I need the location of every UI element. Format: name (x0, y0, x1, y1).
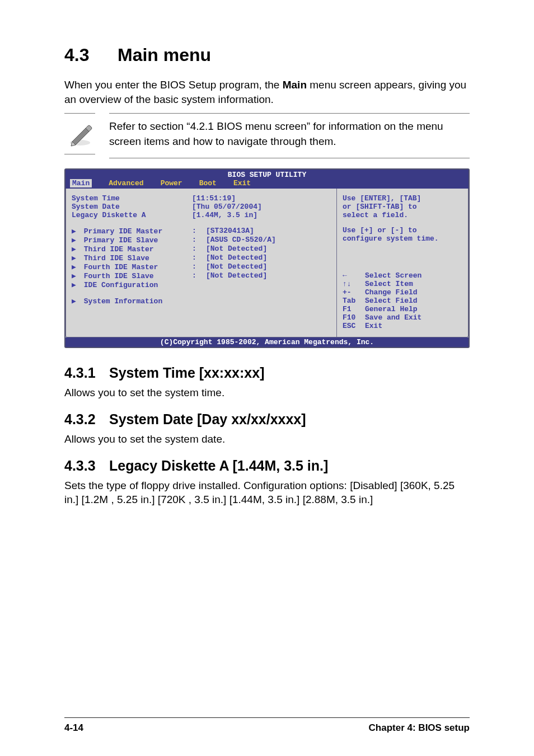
intro-main-word: Main (283, 79, 307, 91)
bios-submenu-row: ▶ Third IDE Slave:[Not Detected] (72, 253, 331, 262)
bios-key-key: ↑↓ (343, 280, 365, 288)
bios-setting-value: [Not Detected] (206, 271, 331, 280)
bios-key-key: ESC (343, 322, 365, 330)
bios-setting-value: [Not Detected] (206, 262, 331, 271)
bios-title: BIOS SETUP UTILITY (65, 170, 469, 179)
bios-key-desc: Select Item (365, 280, 413, 288)
bios-submenu-row: ▶ Fourth IDE Master:[Not Detected] (72, 262, 331, 271)
section-number: 4.3 (64, 45, 118, 65)
bios-menu-boot: Boot (199, 179, 217, 187)
note-callout: Refer to section “4.2.1 BIOS menu screen… (64, 113, 470, 158)
bios-key-row: F10Save and Exit (343, 313, 462, 322)
submenu-triangle-icon: ▶ (72, 227, 79, 236)
bios-setting-label: ▶ Fourth IDE Master (72, 262, 192, 271)
bios-settings-pane: System Time[11:51:19]System Date[Thu 05/… (65, 189, 337, 337)
bios-submenu-row: ▶ Primary IDE Slave:[ASUS CD-S520/A] (72, 236, 331, 245)
bios-submenu-row: ▶ IDE Configuration (72, 280, 331, 289)
bios-key-key: F10 (343, 313, 365, 322)
bios-submenu-row: ▶ Third IDE Master:[Not Detected] (72, 245, 331, 253)
section-title: Main menu (118, 45, 211, 65)
subsection-title: System Time [xx:xx:xx] (109, 365, 264, 381)
subsection-title: System Date [Day xx/xx/xxxx] (109, 411, 306, 427)
bios-key-key: +- (343, 288, 365, 297)
bios-colon: : (192, 227, 206, 236)
bios-setting-value: [11:51:19] (192, 194, 331, 203)
bios-setting-label: Legacy Diskette A (72, 211, 192, 219)
bios-key-key: Tab (343, 297, 365, 305)
bios-help-mid: Use [+] or [-] toconfigure system time. (343, 226, 462, 243)
bios-setting-value: [ASUS CD-S520/A] (206, 236, 331, 245)
subsection-heading: 4.3.2System Date [Day xx/xx/xxxx] (64, 411, 470, 428)
bios-key-desc: Select Field (365, 297, 418, 305)
page-footer: 4-14 Chapter 4: BIOS setup (64, 717, 470, 734)
bios-colon: : (192, 262, 206, 271)
bios-menu-power: Power (161, 179, 182, 187)
bios-setting-label: ▶ Fourth IDE Slave (72, 271, 192, 280)
note-text: Refer to section “4.2.1 BIOS menu screen… (109, 113, 470, 158)
chapter-label: Chapter 4: BIOS setup (369, 722, 470, 734)
submenu-triangle-icon: ▶ (72, 245, 79, 253)
bios-setting-row: Legacy Diskette A[1.44M, 3.5 in] (72, 211, 331, 219)
bios-colon: : (192, 271, 206, 280)
intro-text-1: When you enter the BIOS Setup program, t… (64, 79, 283, 91)
bios-key-row: F1General Help (343, 305, 462, 313)
bios-setting-value: [Not Detected] (206, 245, 331, 253)
bios-submenu-row: ▶ Fourth IDE Slave:[Not Detected] (72, 271, 331, 280)
bios-colon: : (192, 253, 206, 262)
subsection-heading: 4.3.3Legacy Diskette A [1.44M, 3.5 in.] (64, 458, 470, 474)
bios-key-row: +-Change Field (343, 288, 462, 297)
bios-key-desc: Exit (365, 322, 382, 330)
bios-setup-screenshot: BIOS SETUP UTILITY Main Advanced Power B… (64, 168, 470, 348)
bios-setting-label: ▶ IDE Configuration (72, 280, 192, 289)
bios-setting-value: [ST320413A] (206, 227, 331, 236)
bios-menu-exit: Exit (233, 179, 251, 187)
bios-help-top: Use [ENTER], [TAB]or [SHIFT-TAB] toselec… (343, 194, 462, 219)
bios-help-pane: Use [ENTER], [TAB]or [SHIFT-TAB] toselec… (337, 189, 469, 337)
subsection-body: Allows you to set the system time. (64, 386, 470, 400)
bios-key-key: F1 (343, 305, 365, 313)
subsection-number: 4.3.3 (64, 458, 109, 474)
bios-menu-bar: Main Advanced Power Boot Exit (65, 179, 469, 189)
section-heading: 4.3Main menu (64, 45, 470, 65)
intro-paragraph: When you enter the BIOS Setup program, t… (64, 78, 470, 106)
note-icon-cell (64, 113, 95, 154)
bios-setting-label: System Date (72, 203, 192, 211)
bios-setting-value: [Not Detected] (206, 253, 331, 262)
bios-setting-row: System Time[11:51:19] (72, 194, 331, 203)
subsection-body: Allows you to set the system date. (64, 432, 470, 447)
bios-key-row: ↑↓Select Item (343, 280, 462, 288)
bios-submenu-row: ▶ Primary IDE Master:[ST320413A] (72, 227, 331, 236)
bios-colon: : (192, 245, 206, 253)
bios-key-desc: General Help (365, 305, 418, 313)
bios-body: System Time[11:51:19]System Date[Thu 05/… (65, 189, 469, 337)
bios-copyright: (C)Copyright 1985-2002, American Megatre… (65, 337, 469, 347)
subsection-heading: 4.3.1System Time [xx:xx:xx] (64, 365, 470, 381)
bios-key-key: ← (343, 271, 365, 280)
bios-setting-label: ▶ Third IDE Slave (72, 253, 192, 262)
bios-key-row: ESCExit (343, 322, 462, 330)
bios-colon: : (192, 236, 206, 245)
subsection-title: Legacy Diskette A [1.44M, 3.5 in.] (109, 458, 328, 473)
bios-submenu-row: ▶ System Information (72, 297, 331, 306)
subsection-number: 4.3.2 (64, 411, 109, 428)
bios-setting-label: ▶ Primary IDE Slave (72, 236, 192, 245)
submenu-triangle-icon: ▶ (72, 262, 79, 271)
bios-key-row: ←Select Screen (343, 271, 462, 280)
submenu-triangle-icon: ▶ (72, 253, 79, 262)
bios-setting-label: ▶ System Information (72, 297, 192, 306)
bios-key-desc: Change Field (365, 288, 418, 297)
submenu-triangle-icon: ▶ (72, 297, 79, 306)
bios-key-desc: Save and Exit (365, 313, 421, 322)
bios-menu-advanced: Advanced (109, 179, 143, 187)
bios-setting-label: System Time (72, 194, 192, 203)
bios-key-row: TabSelect Field (343, 297, 462, 305)
pencil-note-icon (67, 120, 93, 147)
bios-key-desc: Select Screen (365, 271, 421, 280)
subsection-body: Sets the type of floppy drive installed.… (64, 478, 470, 507)
submenu-triangle-icon: ▶ (72, 236, 79, 245)
bios-setting-label: ▶ Primary IDE Master (72, 227, 192, 236)
page-number: 4-14 (64, 722, 83, 734)
bios-menu-main: Main (70, 179, 92, 187)
submenu-triangle-icon: ▶ (72, 271, 79, 280)
bios-setting-value: [Thu 05/07/2004] (192, 203, 331, 211)
